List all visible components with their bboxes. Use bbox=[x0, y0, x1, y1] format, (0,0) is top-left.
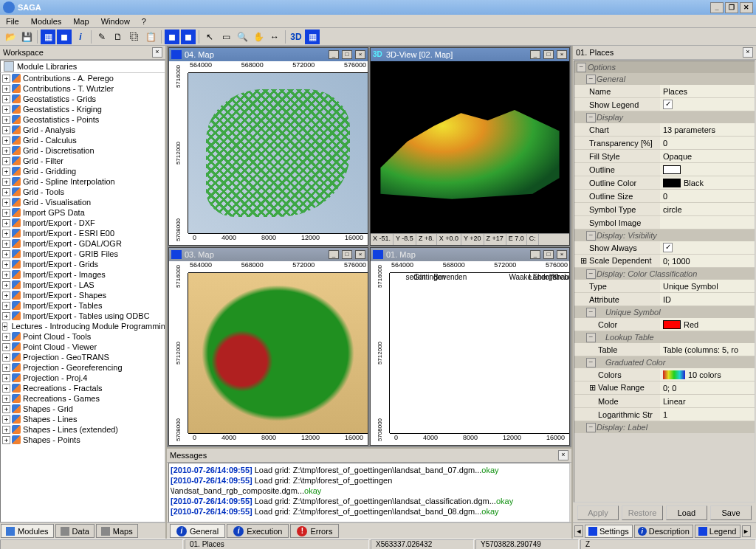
property-grid[interactable]: Options General NamePlaces Show Legend✓ … bbox=[574, 61, 755, 503]
save-button[interactable]: Save bbox=[710, 505, 752, 520]
expand-icon[interactable]: + bbox=[2, 198, 10, 207]
tab-errors[interactable]: !Errors bbox=[290, 524, 339, 538]
tree-item[interactable]: +Shapes - Lines bbox=[1, 414, 165, 424]
tree-item[interactable]: +Import/Export - GDAL/OGR bbox=[1, 238, 165, 249]
tab-description[interactable]: iDescription bbox=[634, 525, 693, 538]
expand-icon[interactable]: + bbox=[2, 312, 10, 320]
grid2-icon[interactable]: ◼ bbox=[181, 30, 196, 44]
tab-execution[interactable]: iExecution bbox=[227, 524, 289, 538]
menu-file[interactable]: File bbox=[3, 17, 22, 26]
expand-icon[interactable]: + bbox=[2, 384, 10, 393]
expand-icon[interactable]: + bbox=[2, 260, 10, 269]
tree-item[interactable]: +Grid - Tools bbox=[1, 187, 165, 197]
expand-icon[interactable]: + bbox=[2, 209, 10, 217]
minimize-button[interactable]: _ bbox=[710, 2, 724, 13]
grid-icon[interactable]: ◼ bbox=[165, 30, 179, 44]
group-graduated-color[interactable]: Graduated Color bbox=[574, 356, 755, 368]
zoom-icon[interactable]: 🔍 bbox=[235, 30, 250, 44]
map-01-body[interactable]: 564000568000572000576000 571600057120005… bbox=[371, 261, 569, 445]
tree-item[interactable]: +Grid - Discretisation bbox=[1, 145, 165, 156]
expand-icon[interactable]: + bbox=[2, 126, 10, 134]
layer-icon[interactable]: ▦ bbox=[41, 30, 55, 44]
expand-icon[interactable]: + bbox=[2, 116, 10, 124]
tree-item[interactable]: +Recreations - Games bbox=[1, 393, 165, 404]
tree-item[interactable]: +Import/Export - Shapes bbox=[1, 290, 165, 300]
map-04-body[interactable]: 564000568000572000576000 571600057120005… bbox=[169, 61, 368, 245]
layout-icon[interactable]: ▦ bbox=[305, 30, 320, 44]
expand-icon[interactable]: + bbox=[2, 281, 10, 289]
tree-item[interactable]: +Recreations - Fractals bbox=[1, 383, 165, 393]
group-display-visibility[interactable]: Display: Visibility bbox=[574, 229, 755, 241]
threeD-titlebar[interactable]: 3D 3D-View [02. Map] _ □ × bbox=[371, 48, 569, 61]
group-unique-symbol[interactable]: Unique Symbol bbox=[574, 306, 755, 318]
tree-item[interactable]: +Import/Export - Grids bbox=[1, 259, 165, 269]
group-display-color[interactable]: Display: Color Classification bbox=[574, 268, 755, 280]
expand-icon[interactable]: + bbox=[2, 95, 10, 103]
min-icon[interactable]: _ bbox=[329, 250, 339, 259]
expand-icon[interactable]: + bbox=[2, 168, 10, 176]
group-display-label[interactable]: Display: Label bbox=[574, 421, 755, 433]
group-general[interactable]: General bbox=[574, 73, 755, 85]
expand-icon[interactable]: + bbox=[2, 353, 10, 362]
tree-item[interactable]: +Grid - Spline Interpolation bbox=[1, 176, 165, 187]
tab-settings[interactable]: Settings bbox=[585, 525, 633, 538]
tree-item[interactable]: +Point Cloud - Tools bbox=[1, 331, 165, 342]
restore-button[interactable]: Restore bbox=[622, 505, 663, 520]
apply-button[interactable]: Apply bbox=[577, 505, 619, 520]
tab-general[interactable]: iGeneral bbox=[170, 524, 225, 538]
expand-icon[interactable]: + bbox=[2, 415, 10, 424]
map-03-body[interactable]: 564000568000572000576000 571600057120005… bbox=[169, 261, 368, 445]
checkbox-icon[interactable]: ✓ bbox=[663, 100, 673, 109]
expand-icon[interactable]: + bbox=[2, 364, 10, 372]
expand-icon[interactable]: + bbox=[2, 75, 10, 83]
expand-icon[interactable]: + bbox=[2, 250, 10, 258]
places-close-icon[interactable]: × bbox=[743, 47, 753, 58]
expand-icon[interactable]: + bbox=[2, 343, 10, 351]
map-04-titlebar[interactable]: 04. Map _ □ × bbox=[169, 48, 368, 61]
swatch-icon[interactable] bbox=[663, 179, 681, 187]
checkbox-icon[interactable]: ✓ bbox=[663, 243, 673, 252]
scroll-right-icon[interactable]: ► bbox=[742, 525, 751, 537]
print-icon[interactable]: 🗋 bbox=[111, 30, 126, 44]
tree-item[interactable]: +Grid - Calculus bbox=[1, 135, 165, 145]
threeD-icon[interactable]: 3D bbox=[289, 30, 303, 44]
tree-item[interactable]: +Point Cloud - Viewer bbox=[1, 342, 165, 352]
tree-item[interactable]: +Import/Export - GRIB Files bbox=[1, 249, 165, 259]
tree-item[interactable]: +Geostatistics - Kriging bbox=[1, 104, 165, 114]
tree-item[interactable]: +Import/Export - Images bbox=[1, 269, 165, 280]
map-03-titlebar[interactable]: 03. Map _ □ × bbox=[169, 248, 368, 261]
expand-icon[interactable]: + bbox=[2, 322, 7, 331]
expand-icon[interactable]: + bbox=[2, 188, 10, 196]
tree-item[interactable]: +Import/Export - Tables using ODBC bbox=[1, 311, 165, 321]
select-icon[interactable]: ▭ bbox=[219, 30, 233, 44]
tab-modules[interactable]: Modules bbox=[1, 524, 54, 538]
save-icon[interactable]: 💾 bbox=[19, 30, 34, 44]
tree-item[interactable]: +Shapes - Grid bbox=[1, 404, 165, 414]
tree-item[interactable]: +Grid - Filter bbox=[1, 156, 165, 166]
expand-icon[interactable]: + bbox=[2, 405, 10, 413]
expand-icon[interactable]: + bbox=[2, 229, 10, 238]
measure-icon[interactable]: ↔ bbox=[267, 30, 282, 44]
pan-icon[interactable]: ✋ bbox=[251, 30, 266, 44]
rainbow-icon[interactable] bbox=[663, 370, 685, 379]
tree-item[interactable]: +Projection - Proj.4 bbox=[1, 373, 165, 383]
expand-icon[interactable]: + bbox=[2, 157, 10, 165]
expand-icon[interactable]: + bbox=[2, 219, 10, 227]
tree-root[interactable]: Module Libraries bbox=[0, 60, 165, 73]
tree-item[interactable]: +Import GPS Data bbox=[1, 207, 165, 218]
tree-item[interactable]: +Shapes - Points bbox=[1, 435, 165, 445]
menu-map[interactable]: Map bbox=[70, 17, 92, 26]
expand-icon[interactable]: + bbox=[2, 302, 10, 310]
maximize-button[interactable]: ❐ bbox=[725, 2, 738, 13]
expand-icon[interactable]: + bbox=[2, 426, 10, 434]
expand-icon[interactable]: + bbox=[2, 374, 10, 382]
expand-icon[interactable]: + bbox=[2, 333, 10, 341]
copy-icon[interactable]: ⿻ bbox=[127, 30, 142, 44]
tree-item[interactable]: +Projection - GeoTRANS bbox=[1, 352, 165, 362]
messages-close-icon[interactable]: × bbox=[558, 450, 568, 460]
close-icon[interactable]: × bbox=[557, 50, 567, 59]
open-icon[interactable]: 📂 bbox=[3, 30, 18, 44]
expand-icon[interactable]: + bbox=[2, 395, 10, 403]
tree-item[interactable]: +Import/Export - ESRI E00 bbox=[1, 228, 165, 238]
max-icon[interactable]: □ bbox=[342, 250, 352, 259]
